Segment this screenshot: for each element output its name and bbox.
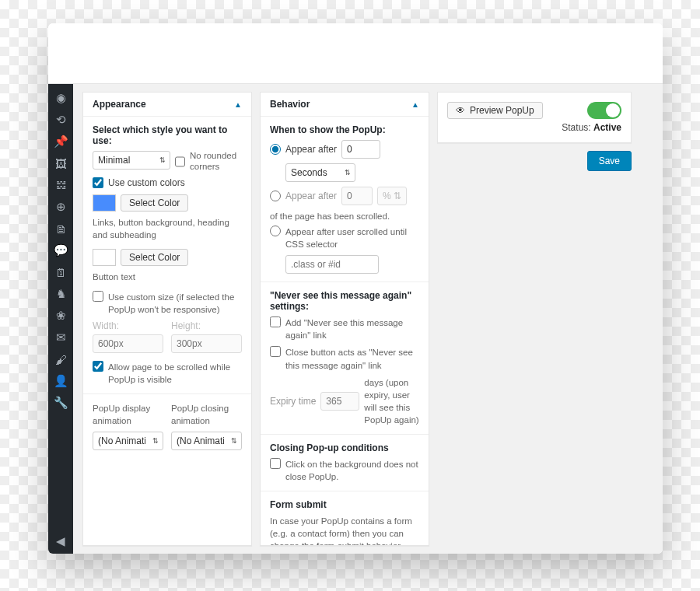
library-icon[interactable]: 🗎 bbox=[53, 221, 68, 236]
mail-icon[interactable]: ✉ bbox=[53, 330, 68, 345]
appear-scroll-radio[interactable] bbox=[270, 191, 281, 201]
status-value: Active bbox=[593, 122, 621, 133]
eye-icon: 👁 bbox=[456, 105, 465, 116]
side-column: 👁 Preview PopUp Status: Active Save bbox=[437, 92, 632, 546]
expiry-input[interactable] bbox=[320, 392, 359, 411]
collapse-icon[interactable]: ◀ bbox=[53, 533, 68, 549]
css-selector-input[interactable] bbox=[285, 255, 379, 274]
allow-scroll-label: Allow page to be scrolled while PopUp is… bbox=[108, 361, 242, 386]
app-window: ◉ ⟲ 📌 🖼 𝍌 ⊕ 🗎 💬 🗓 ♞ ❀ ✉ 🖌 👤 🔧 ◀ Appearan… bbox=[48, 23, 663, 554]
width-label: Width: bbox=[93, 320, 163, 331]
style-select[interactable]: Minimal bbox=[93, 151, 170, 170]
expiry-label: Expiry time bbox=[270, 396, 316, 407]
never-add-label: Add "Never see this message again" link bbox=[285, 316, 419, 341]
height-input[interactable] bbox=[171, 334, 242, 353]
width-input[interactable] bbox=[93, 334, 163, 353]
tools-icon[interactable]: 🖌 bbox=[53, 351, 68, 367]
status-prefix: Status: bbox=[562, 122, 593, 133]
behavior-title: Behavior bbox=[270, 99, 310, 110]
no-rounded-label: No rounded corners bbox=[190, 151, 242, 173]
appear-scroll-label: Appear after bbox=[285, 191, 337, 201]
never-heading: "Never see this message again" settings: bbox=[270, 290, 419, 312]
appearance-icon[interactable]: ❀ bbox=[53, 308, 68, 323]
select-color2-button[interactable]: Select Color bbox=[121, 249, 188, 266]
style-label: Select which style you want to use: bbox=[93, 124, 242, 146]
preview-button[interactable]: 👁 Preview PopUp bbox=[447, 102, 543, 119]
display-animation-select[interactable]: (No Animation) bbox=[93, 432, 163, 450]
allow-scroll-checkbox[interactable] bbox=[93, 361, 103, 372]
puzzle-icon[interactable]: ♞ bbox=[53, 286, 68, 302]
seconds-select[interactable]: Seconds bbox=[285, 163, 355, 182]
dashboard-icon[interactable]: ◉ bbox=[53, 90, 68, 106]
behavior-panel: Behavior ▲ When to show the PopUp: Appea… bbox=[260, 92, 429, 546]
appearance-header[interactable]: Appearance ▲ bbox=[83, 93, 251, 117]
comments-icon[interactable]: 💬 bbox=[53, 243, 68, 258]
closing-animation-label: PopUp closing animation bbox=[171, 402, 242, 427]
admin-sidebar: ◉ ⟲ 📌 🖼 𝍌 ⊕ 🗎 💬 🗓 ♞ ❀ ✉ 🖌 👤 🔧 ◀ bbox=[48, 84, 73, 554]
appear-css-radio[interactable] bbox=[270, 226, 281, 236]
top-bar bbox=[48, 23, 663, 84]
behavior-body: When to show the PopUp: Appear after Sec… bbox=[261, 117, 429, 545]
use-custom-colors-checkbox[interactable] bbox=[93, 177, 103, 188]
appearance-title: Appearance bbox=[93, 99, 146, 110]
appear-after-value[interactable] bbox=[341, 140, 380, 159]
use-custom-size-checkbox[interactable] bbox=[93, 291, 103, 302]
select-color1-button[interactable]: Select Color bbox=[121, 194, 188, 212]
display-animation-label: PopUp display animation bbox=[93, 402, 163, 427]
appear-after-radio[interactable] bbox=[270, 144, 281, 155]
preview-label: Preview PopUp bbox=[470, 105, 534, 116]
never-close-checkbox[interactable] bbox=[270, 346, 281, 357]
bg-close-label: Click on the background does not close P… bbox=[285, 458, 419, 483]
body: ◉ ⟲ 📌 🖼 𝍌 ⊕ 🗎 💬 🗓 ♞ ❀ ✉ 🖌 👤 🔧 ◀ Appearan… bbox=[48, 84, 663, 554]
behavior-header[interactable]: Behavior ▲ bbox=[261, 93, 429, 117]
when-label: When to show the PopUp: bbox=[270, 124, 419, 135]
no-rounded-checkbox[interactable] bbox=[175, 156, 185, 167]
form-heading: Form submit bbox=[270, 499, 419, 510]
appear-after-label: Appear after bbox=[285, 144, 337, 155]
calendar-icon[interactable]: 🗓 bbox=[53, 264, 68, 280]
caret-up-icon: ▲ bbox=[234, 100, 242, 109]
use-custom-size-label: Use custom size (if selected the PopUp w… bbox=[108, 291, 242, 316]
plugins-icon[interactable]: ⊕ bbox=[53, 199, 68, 215]
never-add-checkbox[interactable] bbox=[270, 316, 281, 327]
height-label: Height: bbox=[171, 320, 242, 331]
pages-icon[interactable]: 𝍌 bbox=[53, 177, 68, 193]
updates-icon[interactable]: ⟲ bbox=[53, 112, 68, 128]
color1-hint: Links, button background, heading and su… bbox=[93, 216, 242, 241]
appearance-panel: Appearance ▲ Select which style you want… bbox=[82, 92, 252, 546]
use-custom-colors-label: Use custom colors bbox=[108, 177, 185, 188]
settings-icon[interactable]: 🔧 bbox=[53, 395, 68, 411]
appear-scroll-value[interactable] bbox=[341, 187, 373, 205]
content-area: Appearance ▲ Select which style you want… bbox=[73, 84, 663, 554]
appear-css-label: Appear after user scrolled until CSS sel… bbox=[285, 226, 419, 250]
expiry-hint: days (upon expiry, user will see this Po… bbox=[364, 376, 419, 426]
scroll-hint: of the page has been scrolled. bbox=[270, 210, 419, 222]
bg-close-checkbox[interactable] bbox=[270, 458, 281, 469]
status-toggle[interactable] bbox=[587, 102, 621, 119]
form-hint: In case your PopUp contains a form (e.g.… bbox=[270, 515, 419, 545]
caret-up-icon: ▲ bbox=[411, 100, 419, 109]
percent-unit: % ⇅ bbox=[377, 187, 407, 205]
posts-icon[interactable]: 📌 bbox=[53, 134, 68, 149]
media-icon[interactable]: 🖼 bbox=[53, 156, 68, 171]
users-icon[interactable]: 👤 bbox=[53, 373, 68, 389]
color2-swatch[interactable] bbox=[93, 249, 116, 266]
color2-hint: Button text bbox=[93, 271, 242, 283]
publish-panel: 👁 Preview PopUp Status: Active bbox=[437, 92, 632, 143]
closing-animation-select[interactable]: (No Animation) bbox=[171, 432, 242, 450]
never-close-label: Close button acts as "Never see this mes… bbox=[285, 346, 419, 371]
save-button[interactable]: Save bbox=[587, 151, 632, 171]
color1-swatch[interactable] bbox=[93, 194, 116, 212]
appearance-body: Select which style you want to use: Mini… bbox=[83, 117, 251, 458]
closing-heading: Closing Pop-up conditions bbox=[270, 442, 419, 453]
